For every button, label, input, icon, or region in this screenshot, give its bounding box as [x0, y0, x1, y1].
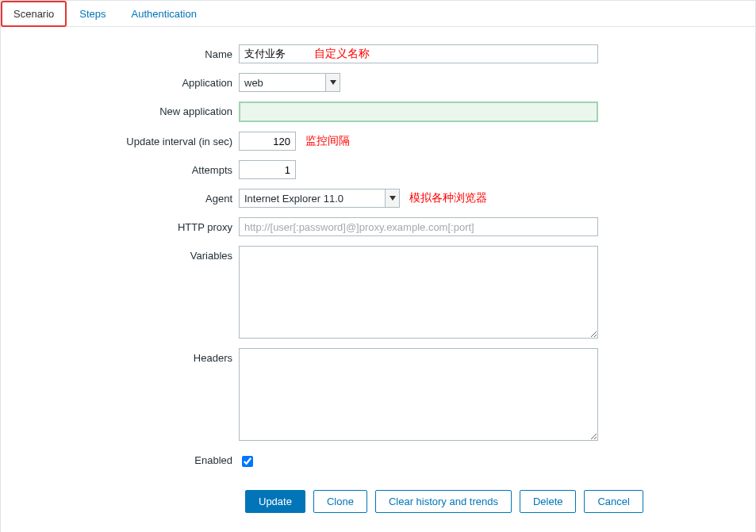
tab-scenario[interactable]: Scenario: [1, 1, 67, 27]
svg-marker-1: [390, 196, 396, 201]
clear-history-button[interactable]: Clear history and trends: [375, 490, 512, 513]
label-agent: Agent: [1, 189, 239, 205]
attempts-input[interactable]: [239, 160, 296, 179]
label-variables: Variables: [1, 246, 239, 262]
label-http-proxy: HTTP proxy: [1, 217, 239, 233]
name-input[interactable]: [239, 44, 598, 63]
dropdown-arrow-icon: [325, 74, 340, 91]
cancel-button[interactable]: Cancel: [584, 490, 643, 513]
tab-authentication[interactable]: Authentication: [119, 1, 209, 27]
new-application-input[interactable]: [239, 101, 598, 122]
tab-steps[interactable]: Steps: [67, 1, 118, 27]
application-select-value: web: [240, 74, 325, 91]
label-update-interval: Update interval (in sec): [1, 132, 239, 147]
agent-select[interactable]: Internet Explorer 11.0: [239, 189, 400, 208]
annotation-name: 自定义名称: [314, 47, 370, 61]
tab-bar: Scenario Steps Authentication: [1, 1, 755, 27]
enabled-checkbox[interactable]: [242, 456, 253, 467]
label-new-application: New application: [1, 101, 239, 117]
scenario-form-panel: Scenario Steps Authentication Name 自定义名称…: [0, 0, 756, 532]
label-name: Name: [1, 44, 239, 60]
button-bar: Update Clone Clear history and trends De…: [245, 490, 755, 513]
annotation-update-interval: 监控间隔: [305, 134, 350, 148]
label-headers: Headers: [1, 348, 239, 364]
label-application: Application: [1, 73, 239, 89]
annotation-agent: 模拟各种浏览器: [409, 191, 487, 205]
clone-button[interactable]: Clone: [313, 490, 367, 513]
http-proxy-input[interactable]: [239, 217, 598, 236]
application-select[interactable]: web: [239, 73, 340, 92]
update-button[interactable]: Update: [245, 490, 305, 513]
label-attempts: Attempts: [1, 160, 239, 176]
delete-button[interactable]: Delete: [520, 490, 577, 513]
agent-select-value: Internet Explorer 11.0: [240, 189, 385, 207]
variables-textarea[interactable]: [239, 246, 598, 339]
update-interval-input[interactable]: [239, 132, 296, 151]
svg-marker-0: [330, 80, 336, 85]
label-enabled: Enabled: [1, 450, 239, 466]
form-body: Name 自定义名称 Application web New applicati…: [1, 27, 755, 513]
headers-textarea[interactable]: [239, 348, 598, 441]
dropdown-arrow-icon: [385, 189, 399, 207]
